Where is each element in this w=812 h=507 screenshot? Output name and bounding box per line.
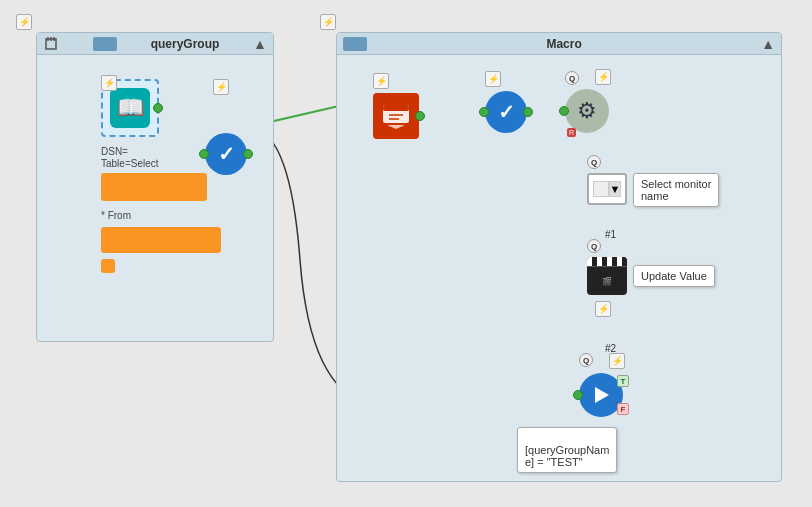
triangle-f-badge: F — [617, 403, 629, 415]
book-node-inner: 📖 — [110, 88, 150, 128]
check-node-2-wrapper: ⚡ ✓ — [485, 91, 527, 133]
clapper-top — [587, 257, 627, 267]
gear-node[interactable]: ⚙ — [565, 89, 609, 133]
db-node[interactable] — [373, 93, 419, 139]
canvas: ⚡ queryGroup ▲ 📖 ⚡ ⚡ ✓ — [0, 0, 812, 507]
triangle-node-wrapper: Q ⚡ T F — [579, 373, 623, 417]
check-node-1-wrapper: ✓ — [205, 133, 247, 175]
query-group-name-tooltip: [queryGroupNam e] = "TEST" — [517, 427, 617, 473]
gear-input — [559, 106, 569, 116]
query-group-header: queryGroup ▲ — [37, 33, 273, 55]
macro-header: Macro ▲ — [337, 33, 781, 55]
macro-title: Macro — [546, 37, 581, 51]
dropdown-q-badge: Q — [587, 155, 601, 169]
check-node-2[interactable]: ✓ — [485, 91, 527, 133]
book-node-lightning: ⚡ — [101, 75, 117, 91]
triangle-t-badge: T — [617, 375, 629, 387]
triangle-input — [573, 390, 583, 400]
clapper-body: 🎬 — [587, 267, 627, 295]
book-node-lightning2: ⚡ — [213, 79, 229, 95]
dropdown-node-wrapper: Q ▼ — [587, 173, 627, 205]
query-group-title: queryGroup — [151, 37, 220, 51]
gear-q-badge: Q — [565, 71, 579, 85]
check2-lightning: ⚡ — [485, 71, 501, 87]
svg-rect-13 — [383, 105, 409, 111]
gear-lightning: ⚡ — [595, 69, 611, 85]
table-text: Table=Select — [101, 157, 159, 171]
clapper-node-wrapper: Q 🎬 — [587, 257, 627, 295]
gear-r-badge: R — [567, 128, 576, 137]
clapper-bottom-lightning: ⚡ — [595, 301, 611, 317]
svg-marker-17 — [595, 387, 609, 403]
db-node-wrapper: ⚡ — [373, 93, 419, 139]
redacted-block-2 — [101, 227, 221, 253]
dropdown-arrow[interactable]: ▼ — [609, 181, 621, 197]
book-node-output-port — [153, 103, 163, 113]
check2-input — [479, 107, 489, 117]
query-group-panel: queryGroup ▲ 📖 ⚡ ⚡ ✓ DSN= Table=Select — [36, 32, 274, 342]
macro-panel: Macro ▲ ⚡ ⚡ ✓ — [336, 32, 782, 482]
db-lightning: ⚡ — [373, 73, 389, 89]
triangle-q-badge: Q — [579, 353, 593, 367]
from-text: * From — [101, 209, 131, 223]
clapper-node[interactable]: 🎬 — [587, 257, 627, 295]
macro-collapse[interactable]: ▲ — [761, 36, 775, 52]
query-group-header-icon — [43, 36, 59, 52]
select-monitor-tooltip: Select monitor name — [633, 173, 719, 207]
update-value-tooltip: Update Value — [633, 265, 715, 287]
check2-output — [523, 107, 533, 117]
redacted-block-1 — [101, 173, 207, 201]
query-group-status-bar — [93, 37, 117, 51]
triangle-lightning: ⚡ — [609, 353, 625, 369]
macro-lightning-badge: ⚡ — [320, 14, 336, 30]
dropdown-display — [593, 181, 609, 197]
dropdown-node[interactable]: ▼ — [587, 173, 627, 205]
redacted-block-3 — [101, 259, 115, 273]
check-node-1-input — [199, 149, 209, 159]
query-group-collapse[interactable]: ▲ — [253, 36, 267, 52]
clapper-q-badge: Q — [587, 239, 601, 253]
gear-node-wrapper: Q ⚡ ⚙ R — [565, 89, 609, 133]
check-node-1[interactable]: ✓ — [205, 133, 247, 175]
check-node-1-output — [243, 149, 253, 159]
macro-status-bar — [343, 37, 367, 51]
top-lightning-badge: ⚡ — [16, 14, 32, 30]
hash1-label: #1 — [605, 229, 616, 240]
db-node-output — [415, 111, 425, 121]
svg-marker-16 — [387, 125, 405, 129]
